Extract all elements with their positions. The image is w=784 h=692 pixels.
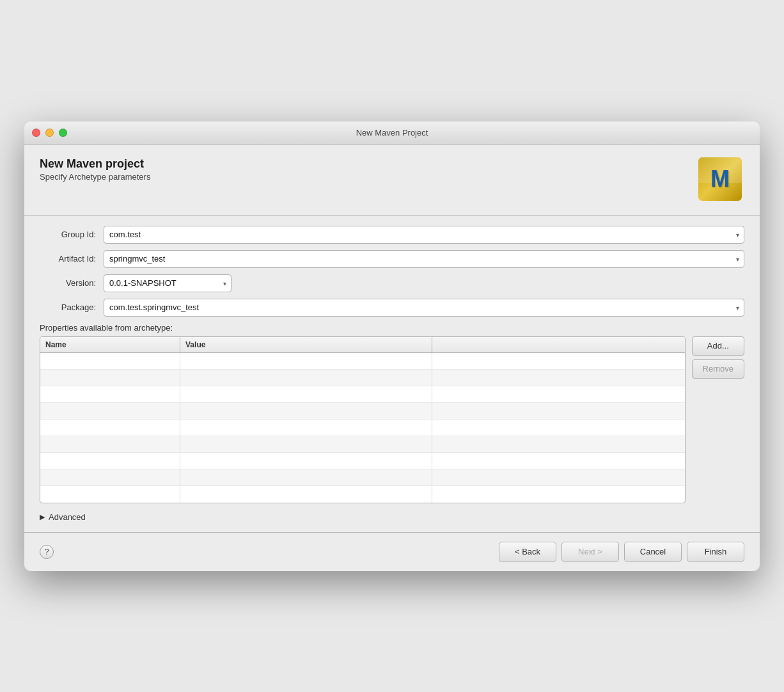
main-window: New Maven Project New Maven project Spec… — [24, 122, 760, 571]
table-buttons: Add... Remove — [692, 336, 744, 503]
cell-value — [180, 453, 432, 469]
table-body — [40, 353, 685, 503]
cell-value — [180, 353, 432, 369]
col-value-header: Value — [180, 337, 432, 352]
table-row[interactable] — [40, 420, 685, 436]
cell-name — [40, 436, 180, 452]
close-button[interactable] — [32, 129, 40, 137]
table-row[interactable] — [40, 403, 685, 420]
cell-extra — [432, 453, 684, 469]
cell-extra — [432, 469, 684, 485]
header-separator — [24, 215, 760, 216]
footer-left: ? — [40, 545, 54, 559]
advanced-section[interactable]: ▶ Advanced — [40, 512, 744, 522]
window-title: New Maven Project — [356, 128, 428, 138]
header-text: New Maven project Specify Archetype para… — [40, 157, 150, 182]
cell-value — [180, 370, 432, 386]
finish-button[interactable]: Finish — [687, 542, 744, 562]
cell-extra — [432, 403, 684, 419]
table-area: Name Value Add... Remo — [40, 336, 744, 503]
form-area: Group Id: ▾ Artifact Id: ▾ Version: — [40, 226, 744, 317]
group-id-wrapper: ▾ — [104, 226, 744, 244]
cell-extra — [432, 353, 684, 369]
page-title: New Maven project — [40, 157, 150, 171]
cell-name — [40, 486, 180, 503]
cell-value — [180, 469, 432, 485]
next-button[interactable]: Next > — [561, 542, 619, 562]
back-button[interactable]: < Back — [499, 542, 556, 562]
group-id-row: Group Id: ▾ — [40, 226, 744, 244]
artifact-id-wrapper: ▾ — [104, 250, 744, 268]
cell-name — [40, 453, 180, 469]
minimize-button[interactable] — [45, 129, 54, 137]
cell-name — [40, 420, 180, 436]
group-id-label: Group Id: — [40, 230, 104, 239]
artifact-id-label: Artifact Id: — [40, 254, 104, 263]
version-row: Version: 0.0.1-SNAPSHOT ▾ — [40, 274, 744, 292]
window-controls — [32, 129, 67, 137]
cell-extra — [432, 436, 684, 452]
cell-extra — [432, 370, 684, 386]
maven-icon: M — [698, 157, 744, 203]
cell-name — [40, 386, 180, 402]
maven-logo-letter: M — [710, 166, 730, 193]
table-row[interactable] — [40, 469, 685, 486]
table-row[interactable] — [40, 386, 685, 403]
version-select-wrapper: 0.0.1-SNAPSHOT ▾ — [104, 274, 231, 292]
cell-name — [40, 403, 180, 419]
version-select[interactable]: 0.0.1-SNAPSHOT — [104, 274, 231, 292]
table-row[interactable] — [40, 370, 685, 386]
cell-value — [180, 420, 432, 436]
table-row[interactable] — [40, 436, 685, 453]
page-subtitle: Specify Archetype parameters — [40, 172, 150, 182]
package-label: Package: — [40, 303, 104, 312]
properties-label: Properties available from archetype: — [40, 323, 744, 333]
footer-right: < Back Next > Cancel Finish — [499, 542, 744, 562]
cell-value — [180, 403, 432, 419]
package-wrapper: ▾ — [104, 299, 744, 317]
artifact-id-row: Artifact Id: ▾ — [40, 250, 744, 268]
col-extra-header — [432, 337, 684, 352]
table-row[interactable] — [40, 453, 685, 469]
table-header: Name Value — [40, 337, 685, 353]
cell-value — [180, 486, 432, 503]
cancel-button[interactable]: Cancel — [624, 542, 682, 562]
package-row: Package: ▾ — [40, 299, 744, 317]
remove-button[interactable]: Remove — [692, 359, 744, 379]
cell-name — [40, 353, 180, 369]
table-row[interactable] — [40, 353, 685, 370]
version-label: Version: — [40, 278, 104, 288]
cell-extra — [432, 386, 684, 402]
cell-value — [180, 436, 432, 452]
cell-value — [180, 386, 432, 402]
col-name-header: Name — [40, 337, 180, 352]
group-id-input[interactable] — [104, 226, 744, 244]
cell-name — [40, 370, 180, 386]
package-input[interactable] — [104, 299, 744, 317]
advanced-label: Advanced — [49, 512, 86, 522]
add-button[interactable]: Add... — [692, 336, 744, 356]
advanced-arrow-icon: ▶ — [40, 513, 45, 521]
maximize-button[interactable] — [59, 129, 67, 137]
cell-name — [40, 469, 180, 485]
header: New Maven project Specify Archetype para… — [40, 157, 744, 203]
help-button[interactable]: ? — [40, 545, 54, 559]
artifact-id-input[interactable] — [104, 250, 744, 268]
cell-extra — [432, 486, 684, 503]
cell-extra — [432, 420, 684, 436]
title-bar: New Maven Project — [24, 122, 760, 145]
content-area: New Maven project Specify Archetype para… — [24, 145, 760, 533]
table-row[interactable] — [40, 486, 685, 503]
properties-table: Name Value — [40, 336, 686, 503]
footer: ? < Back Next > Cancel Finish — [24, 533, 760, 571]
